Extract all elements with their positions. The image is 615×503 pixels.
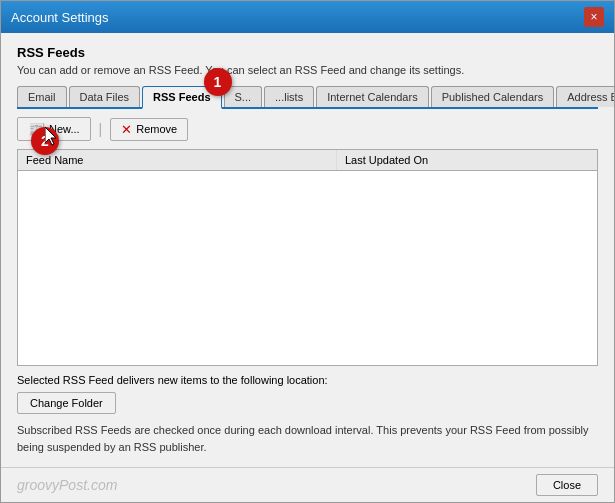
rss-info-text: Subscribed RSS Feeds are checked once du… (17, 422, 598, 455)
dialog-footer: groovyPost.com Close (1, 467, 614, 502)
dialog-close-button[interactable]: × (584, 7, 604, 27)
title-bar: Account Settings × (1, 1, 614, 33)
tab-data-files[interactable]: Data Files (69, 86, 141, 107)
watermark: groovyPost.com (17, 477, 536, 493)
tab-published-calendars[interactable]: Published Calendars (431, 86, 555, 107)
tab-lists[interactable]: ...lists (264, 86, 314, 107)
bottom-section: Selected RSS Feed delivers new items to … (17, 374, 598, 455)
rss-feed-table: Feed Name Last Updated On (18, 150, 597, 171)
new-rss-button[interactable]: 📰 New... (17, 117, 91, 141)
remove-button-label: Remove (136, 123, 177, 135)
close-button[interactable]: Close (536, 474, 598, 496)
tab-bar: Email Data Files RSS Feeds 1 S... ...lis… (17, 86, 598, 109)
tab-address-books[interactable]: Address Books (556, 86, 614, 107)
tab-email[interactable]: Email (17, 86, 67, 107)
section-title: RSS Feeds (17, 45, 598, 60)
rss-icon: 📰 (28, 121, 45, 137)
tab-internet-calendars[interactable]: Internet Calendars (316, 86, 429, 107)
new-btn-wrapper: 📰 New... 2 (17, 117, 91, 141)
change-folder-button[interactable]: Change Folder (17, 392, 116, 414)
toolbar-separator: | (95, 121, 107, 137)
section-description: You can add or remove an RSS Feed. You c… (17, 64, 598, 76)
tab-rss-wrapper: RSS Feeds 1 (142, 86, 223, 107)
remove-rss-button[interactable]: ✕ Remove (110, 118, 188, 141)
tab-rss-feeds[interactable]: RSS Feeds (142, 86, 221, 109)
dialog-content: RSS Feeds You can add or remove an RSS F… (1, 33, 614, 467)
column-feed-name: Feed Name (18, 150, 336, 171)
toolbar: 📰 New... 2 | ✕ Remove (17, 117, 598, 141)
dialog-title: Account Settings (11, 10, 109, 25)
tab-sharepoint[interactable]: S... (224, 86, 263, 107)
remove-icon: ✕ (121, 122, 132, 137)
account-settings-dialog: Account Settings × RSS Feeds You can add… (0, 0, 615, 503)
selected-feed-label: Selected RSS Feed delivers new items to … (17, 374, 598, 386)
rss-feed-table-container: Feed Name Last Updated On (17, 149, 598, 366)
column-last-updated: Last Updated On (336, 150, 597, 171)
new-button-label: New... (49, 123, 80, 135)
